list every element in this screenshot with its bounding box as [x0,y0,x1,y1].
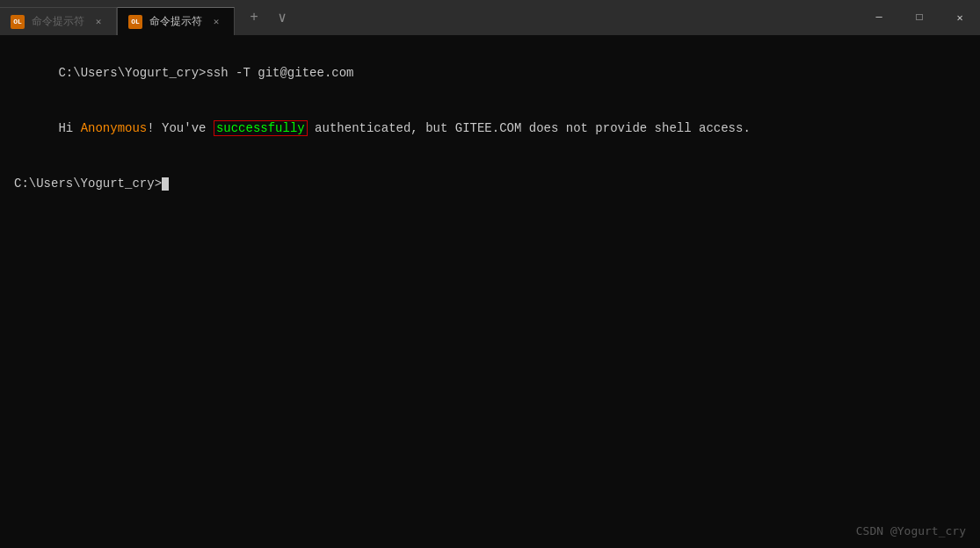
tab2-icon: OL [128,15,142,29]
cursor [162,177,169,191]
tab-1[interactable]: OL 命令提示符 ✕ [0,7,117,35]
tab2-label: 命令提示符 [149,14,202,29]
terminal-content: C:\Users\Yogurt_cry>ssh -T git@gitee.com… [0,35,980,548]
success-text: successfully [214,120,308,136]
terminal-line-1: C:\Users\Yogurt_cry>ssh -T git@gitee.com [14,46,966,101]
command-1: ssh -T git@gitee.com [206,66,353,80]
titlebar: OL 命令提示符 ✕ OL 命令提示符 ✕ + ∨ ─ □ ✕ [0,0,980,35]
minimize-button[interactable]: ─ [859,0,899,35]
rest-text: authenticated, but GITEE.COM does not pr… [308,121,751,135]
tab-actions: + ∨ [235,0,301,35]
window-controls: ─ □ ✕ [859,0,980,35]
mid-text: ! You've [147,121,214,135]
terminal-line-3: C:\Users\Yogurt_cry> [14,175,966,193]
tab1-label: 命令提示符 [32,14,84,29]
tab1-icon: OL [11,15,25,29]
terminal-empty-line [14,156,966,175]
tab2-close-button[interactable]: ✕ [209,15,223,29]
maximize-button[interactable]: □ [899,0,940,35]
prompt-3: C:\Users\Yogurt_cry> [14,175,162,193]
dropdown-button[interactable]: ∨ [270,5,294,30]
prompt-1: C:\Users\Yogurt_cry> [58,66,206,80]
tab-2[interactable]: OL 命令提示符 ✕ [117,7,235,35]
add-tab-button[interactable]: + [242,5,266,30]
username-text: Anonymous [81,121,148,135]
tab-area: OL 命令提示符 ✕ OL 命令提示符 ✕ + ∨ [0,0,859,35]
watermark: CSDN @Yogurt_cry [856,524,966,537]
tab1-close-button[interactable]: ✕ [91,15,105,29]
window: OL 命令提示符 ✕ OL 命令提示符 ✕ + ∨ ─ □ ✕ [0,0,980,548]
hi-text: Hi [58,121,80,135]
close-button[interactable]: ✕ [940,0,980,35]
terminal-line-2: Hi Anonymous! You've successfully authen… [14,101,966,156]
